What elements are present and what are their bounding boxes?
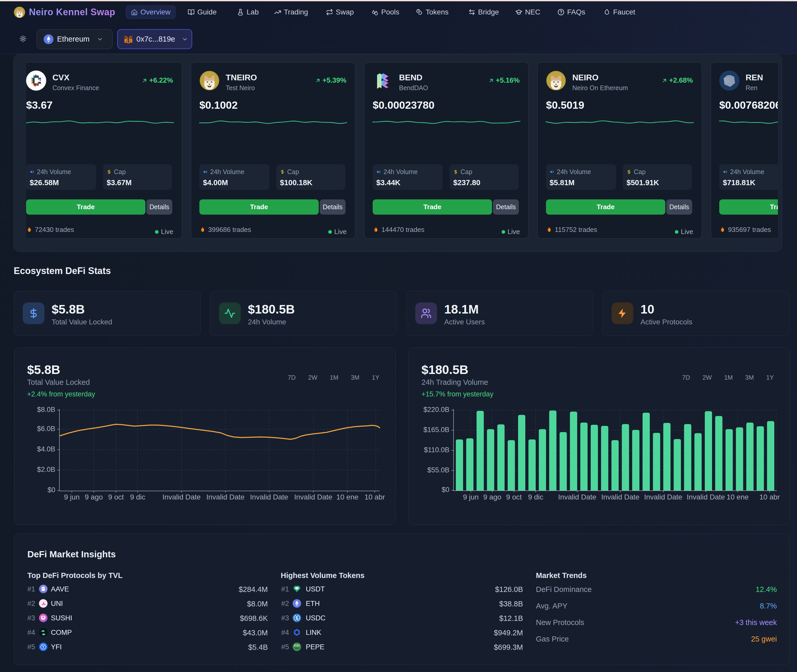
svg-text:$55.0B: $55.0B	[427, 466, 450, 474]
svg-text:10 abr: 10 abr	[759, 493, 780, 501]
svg-text:9 dic: 9 dic	[528, 493, 543, 501]
svg-text:10 ene: 10 ene	[727, 493, 749, 501]
svg-text:9 ago: 9 ago	[85, 493, 103, 501]
svg-text:9 oct: 9 oct	[506, 493, 522, 501]
svg-text:Invalid Date: Invalid Date	[294, 493, 332, 501]
svg-text:10 ene: 10 ene	[336, 493, 358, 501]
svg-text:$2.0B: $2.0B	[37, 466, 55, 474]
svg-text:Invalid Date: Invalid Date	[162, 493, 201, 501]
svg-text:10 abr: 10 abr	[365, 493, 385, 501]
svg-text:$165.0B: $165.0B	[423, 426, 450, 434]
svg-text:9 dic: 9 dic	[130, 493, 145, 501]
svg-text:Invalid Date: Invalid Date	[250, 493, 288, 501]
svg-text:Invalid Date: Invalid Date	[644, 493, 682, 501]
svg-text:Invalid Date: Invalid Date	[601, 493, 639, 501]
svg-text:$6.0B: $6.0B	[37, 425, 55, 433]
svg-text:9 ago: 9 ago	[483, 493, 501, 501]
svg-text:$0: $0	[442, 486, 450, 494]
svg-text:9 jun: 9 jun	[64, 493, 80, 501]
svg-text:$0: $0	[48, 486, 55, 494]
svg-text:$8.0B: $8.0B	[37, 406, 55, 413]
svg-text:$110.0B: $110.0B	[424, 446, 450, 454]
svg-text:9 oct: 9 oct	[108, 493, 124, 501]
svg-text:Invalid Date: Invalid Date	[206, 493, 245, 501]
svg-text:Invalid Date: Invalid Date	[687, 493, 725, 501]
svg-text:$4.0B: $4.0B	[37, 445, 55, 453]
svg-text:$220.0B: $220.0B	[423, 406, 450, 413]
svg-text:9 jun: 9 jun	[463, 493, 479, 501]
svg-text:Invalid Date: Invalid Date	[558, 493, 596, 501]
